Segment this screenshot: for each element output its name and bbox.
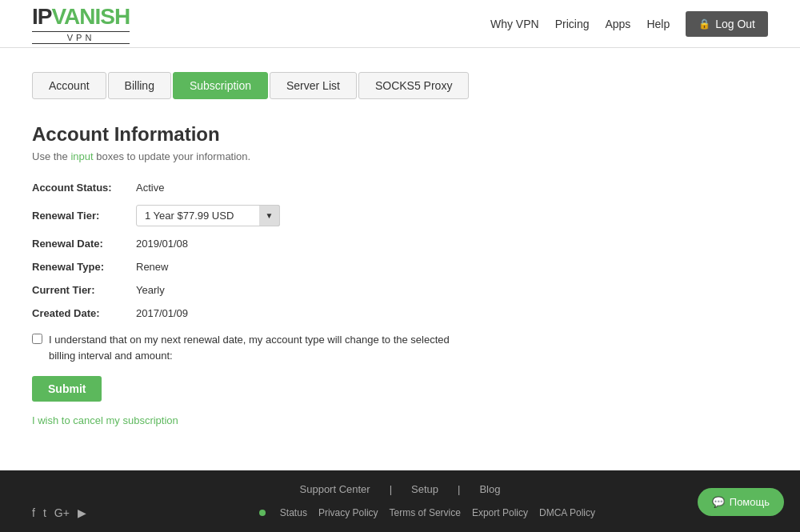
tab-socks5-proxy[interactable]: SOCKS5 Proxy	[358, 72, 469, 99]
footer-support-center[interactable]: Support Center	[300, 483, 370, 495]
chat-icon: 💬	[712, 496, 725, 508]
renewal-tier-label: Renewal Tier:	[32, 210, 136, 222]
current-tier-value: Yearly	[136, 284, 165, 296]
lock-icon: 🔒	[698, 18, 710, 30]
tab-subscription[interactable]: Subscription	[173, 72, 268, 99]
account-status-row: Account Status: Active	[32, 182, 768, 194]
renewal-date-row: Renewal Date: 2019/01/08	[32, 238, 768, 250]
renewal-date-value: 2019/01/08	[136, 238, 188, 250]
section-subtitle: Use the input boxes to update your infor…	[32, 150, 768, 162]
logo-ip: IP	[32, 4, 51, 30]
account-status-label: Account Status:	[32, 182, 136, 194]
footer-separator-2: |	[458, 483, 460, 495]
created-date-row: Created Date: 2017/01/09	[32, 307, 768, 319]
tab-account[interactable]: Account	[32, 72, 106, 99]
created-date-label: Created Date:	[32, 307, 136, 319]
footer-dmca-policy[interactable]: DMCA Policy	[539, 507, 595, 518]
footer-export-policy[interactable]: Export Policy	[472, 507, 528, 518]
acknowledgement-row: I understand that on my next renewal dat…	[32, 332, 464, 363]
account-status-value: Active	[136, 182, 164, 194]
page-title: Account Information	[32, 123, 768, 146]
nav-why-vpn[interactable]: Why VPN	[490, 18, 539, 30]
renewal-tier-row: Renewal Tier: 1 Year $77.99 USD 1 Month …	[32, 205, 768, 226]
nav-help[interactable]: Help	[646, 18, 670, 30]
renewal-type-row: Renewal Type: Renew	[32, 261, 768, 273]
status-dot	[259, 510, 266, 516]
social-icons: f t G+ ▶	[32, 506, 86, 519]
footer-bottom: f t G+ ▶ Status Privacy Policy Terms of …	[32, 506, 768, 519]
acknowledgement-label: I understand that on my next renewal dat…	[49, 332, 464, 363]
chat-button[interactable]: 💬 Помощь	[698, 488, 784, 516]
facebook-icon[interactable]: f	[32, 506, 35, 519]
footer-setup[interactable]: Setup	[411, 483, 438, 495]
renewal-date-label: Renewal Date:	[32, 238, 136, 250]
subtitle-highlight: input	[70, 150, 93, 162]
logout-button[interactable]: 🔒 Log Out	[686, 11, 768, 37]
logo-vpn: VPN	[32, 31, 130, 44]
main-nav: Why VPN Pricing Apps Help 🔒 Log Out	[490, 11, 768, 37]
footer-links: Support Center | Setup | Blog	[32, 483, 768, 495]
tab-server-list[interactable]: Server List	[270, 72, 357, 99]
nav-apps[interactable]: Apps	[605, 18, 630, 30]
footer-terms-of-service[interactable]: Terms of Service	[390, 507, 461, 518]
chat-label: Помощь	[730, 496, 770, 508]
footer-blog[interactable]: Blog	[479, 483, 500, 495]
footer: Support Center | Setup | Blog f t G+ ▶ S…	[0, 470, 800, 532]
renewal-type-label: Renewal Type:	[32, 261, 136, 273]
tab-billing[interactable]: Billing	[108, 72, 171, 99]
footer-privacy-policy[interactable]: Privacy Policy	[318, 507, 378, 518]
cancel-subscription-link[interactable]: I wish to cancel my subscription	[32, 414, 768, 426]
google-plus-icon[interactable]: G+	[54, 506, 70, 519]
submit-button[interactable]: Submit	[32, 376, 102, 402]
twitter-icon[interactable]: t	[43, 506, 46, 519]
nav-pricing[interactable]: Pricing	[555, 18, 590, 30]
renewal-tier-select[interactable]: 1 Year $77.99 USD 1 Month $10.00 USD 3 M…	[136, 205, 280, 226]
header: IP VANISH VPN Why VPN Pricing Apps Help …	[0, 0, 800, 48]
main-content: Account Billing Subscription Server List…	[0, 48, 800, 470]
footer-status[interactable]: Status	[280, 507, 307, 518]
tabs-bar: Account Billing Subscription Server List…	[32, 72, 768, 99]
renewal-type-value: Renew	[136, 261, 168, 273]
footer-separator-1: |	[390, 483, 392, 495]
logo: IP VANISH VPN	[32, 4, 130, 44]
logo-top: IP VANISH	[32, 4, 130, 30]
current-tier-row: Current Tier: Yearly	[32, 284, 768, 296]
youtube-icon[interactable]: ▶	[78, 506, 86, 519]
legal-links: Status Privacy Policy Terms of Service E…	[259, 507, 595, 518]
logo-wrap: IP VANISH VPN	[32, 4, 130, 44]
renewal-tier-select-wrapper: 1 Year $77.99 USD 1 Month $10.00 USD 3 M…	[136, 205, 280, 226]
logo-vanish: VANISH	[51, 4, 130, 30]
created-date-value: 2017/01/09	[136, 307, 188, 319]
current-tier-label: Current Tier:	[32, 284, 136, 296]
acknowledgement-checkbox[interactable]	[32, 334, 42, 344]
